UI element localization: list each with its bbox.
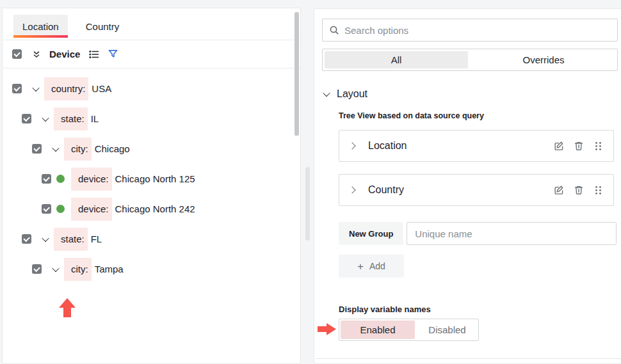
display-names-toggle: Enabled Disabled <box>339 319 479 341</box>
tree-value: USA <box>92 83 111 94</box>
search-box <box>322 19 618 42</box>
tree-value: Chicago <box>95 143 130 154</box>
search-input[interactable] <box>344 25 611 36</box>
checkbox-checked-icon[interactable] <box>32 264 42 274</box>
tree-row-city-chicago[interactable]: city: Chicago <box>3 134 300 164</box>
section-title: Layout <box>337 88 367 100</box>
chevron-down-icon[interactable] <box>52 264 59 271</box>
tab-location[interactable]: Location <box>13 15 68 38</box>
tree-value: Chicago North 125 <box>115 173 195 184</box>
new-group-name-input[interactable] <box>407 222 617 245</box>
drag-handle-icon[interactable] <box>593 185 603 196</box>
tree-value: Tampa <box>95 264 124 274</box>
status-dot-icon <box>56 175 65 183</box>
group-card-actions <box>554 141 603 152</box>
checkbox-checked-icon[interactable] <box>22 114 31 123</box>
tree-key-highlight: device: <box>71 198 112 221</box>
layout-section-header[interactable]: Layout <box>324 88 621 100</box>
chevron-down-icon[interactable] <box>42 114 49 121</box>
checkbox-checked-icon[interactable] <box>32 144 42 154</box>
tree-view-panel: Location Country Device country: U <box>2 8 301 364</box>
options-panel: All Overrides Layout Tree View based on … <box>314 8 621 364</box>
group-card-actions <box>554 185 603 196</box>
checkbox-checked-icon[interactable] <box>12 84 22 93</box>
chevron-down-icon[interactable] <box>42 234 49 241</box>
delete-icon[interactable] <box>574 185 584 195</box>
filter-icon[interactable] <box>108 49 118 59</box>
tree-row-country-usa[interactable]: country: USA <box>3 74 300 104</box>
delete-icon[interactable] <box>574 141 584 151</box>
tree-key-highlight: state: <box>54 228 88 251</box>
chevron-right-icon[interactable] <box>348 186 355 193</box>
group-card-location: Location <box>339 130 614 162</box>
group-card-country: Country <box>339 174 614 206</box>
tree-value: IL <box>91 113 99 124</box>
annotation-arrow-right-icon <box>317 322 337 336</box>
tree-value: FL <box>91 233 102 244</box>
tree-view-query-label: Tree View based on data source query <box>339 111 621 120</box>
tree-row-state-fl[interactable]: state: FL <box>3 224 300 254</box>
add-button-label: Add <box>369 261 385 271</box>
tree-row-device-242[interactable]: device: Chicago North 242 <box>3 194 300 224</box>
tree-key-highlight: city: <box>64 258 92 281</box>
tree-value: Chicago North 242 <box>115 203 195 214</box>
edit-icon[interactable] <box>554 185 564 195</box>
edit-icon[interactable] <box>554 141 564 151</box>
tree-key-highlight: device: <box>71 168 112 191</box>
toggle-enabled[interactable]: Enabled <box>341 320 415 339</box>
tree-key-highlight: country: <box>44 77 88 100</box>
tree-key-highlight: state: <box>54 107 88 131</box>
annotation-arrow-up-icon <box>58 297 76 318</box>
options-filter-tabs: All Overrides <box>322 49 618 71</box>
toggle-disabled[interactable]: Disabled <box>417 320 477 339</box>
plus-icon: + <box>357 261 364 272</box>
tree-key-highlight: city: <box>64 138 92 161</box>
chevron-right-icon[interactable] <box>348 142 355 149</box>
collapse-all-icon[interactable] <box>33 50 40 59</box>
add-group-button[interactable]: + Add <box>339 255 404 278</box>
tree-row-city-tampa[interactable]: city: Tampa <box>3 254 300 284</box>
status-dot-icon <box>56 205 65 213</box>
section-divider <box>316 358 621 359</box>
display-variable-names-label: Display variable names <box>339 305 621 314</box>
tree-tabs: Location Country <box>3 8 300 40</box>
new-group-label: New Group <box>339 222 403 245</box>
group-name: Country <box>368 184 554 196</box>
drag-handle-icon[interactable] <box>593 141 603 152</box>
new-group-row: New Group <box>339 222 618 245</box>
list-view-icon[interactable] <box>88 49 100 60</box>
search-icon <box>329 25 339 35</box>
tab-overrides[interactable]: Overrides <box>472 51 615 68</box>
checkbox-checked-icon[interactable] <box>42 204 51 214</box>
group-name: Location <box>368 140 554 152</box>
chevron-down-icon[interactable] <box>32 84 39 91</box>
tree-header-row: Device <box>3 40 300 68</box>
tree-row-state-il[interactable]: state: IL <box>3 104 300 134</box>
tab-all[interactable]: All <box>325 51 468 68</box>
tree-scrollbar[interactable] <box>294 12 299 136</box>
page-scrollbar[interactable] <box>305 167 310 241</box>
checkbox-checked-icon[interactable] <box>12 49 22 59</box>
checkbox-checked-icon[interactable] <box>22 234 31 244</box>
tab-country[interactable]: Country <box>77 15 129 38</box>
chevron-down-icon[interactable] <box>52 144 59 151</box>
tree-header-label: Device <box>49 49 80 59</box>
tree-list: country: USA state: IL city: Chicago dev… <box>3 68 300 284</box>
checkbox-checked-icon[interactable] <box>42 174 51 184</box>
chevron-down-icon <box>323 90 330 97</box>
tree-row-device-125[interactable]: device: Chicago North 125 <box>3 164 300 194</box>
